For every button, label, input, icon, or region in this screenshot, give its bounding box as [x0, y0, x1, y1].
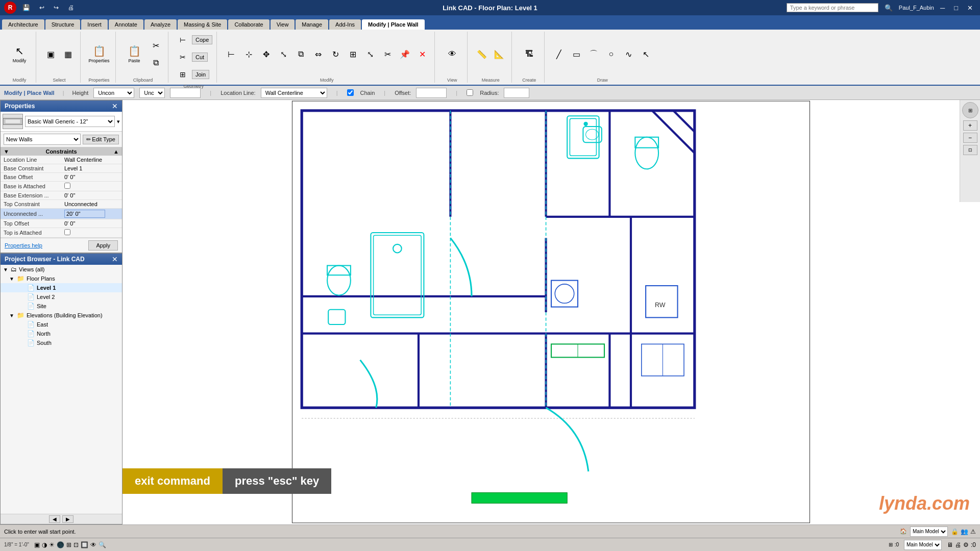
- browser-scroll-left[interactable]: ◀: [49, 515, 60, 523]
- active-model-select[interactable]: Main Model: [910, 527, 948, 537]
- copy-tool-button[interactable]: ⧉: [292, 46, 309, 62]
- rotate-button[interactable]: ↻: [327, 46, 344, 62]
- tab-manage[interactable]: Manage: [296, 19, 328, 30]
- tree-item-level1[interactable]: 📄 Level 1: [1, 283, 122, 292]
- tab-addins[interactable]: Add-Ins: [329, 19, 361, 30]
- delete-button[interactable]: ✕: [414, 46, 430, 62]
- select-all-button[interactable]: ▦: [60, 46, 76, 62]
- height-select[interactable]: Height Uncon: [93, 88, 134, 98]
- tab-modify-place-wall[interactable]: Modify | Place Wall: [362, 19, 425, 30]
- tree-item-floor-plans[interactable]: ▼ 📁 Floor Plans: [1, 274, 122, 283]
- tree-item-views-all[interactable]: ▼ 🗂 Views (all): [1, 265, 122, 274]
- close-button[interactable]: ✕: [964, 3, 976, 13]
- draw-rect-icon[interactable]: ▭: [568, 46, 584, 62]
- shadows-icon[interactable]: 🌑: [57, 541, 64, 548]
- move-button[interactable]: ✥: [258, 46, 274, 62]
- zoom-fit-button[interactable]: ⊡: [963, 145, 977, 155]
- apply-button[interactable]: Apply: [88, 240, 118, 251]
- browser-body[interactable]: ▼ 🗂 Views (all) ▼ 📁 Floor Plans 📄 Level …: [1, 265, 122, 514]
- filter-icon[interactable]: ⚙: [963, 541, 969, 548]
- select-button[interactable]: ▣: [42, 46, 59, 62]
- mirror-button[interactable]: ⇔: [310, 46, 326, 62]
- modify-button[interactable]: ↖ Modify: [7, 40, 32, 68]
- warning-icon[interactable]: ⚠: [970, 528, 976, 535]
- type-select[interactable]: Basic Wall Generic - 12": [25, 116, 115, 127]
- redo-button[interactable]: ↪: [51, 3, 62, 12]
- join-btn[interactable]: Join: [192, 70, 209, 79]
- reveal-hidden-icon[interactable]: 🔍: [99, 541, 106, 548]
- floor-plan-svg[interactable]: RW: [122, 100, 980, 524]
- view-icon[interactable]: 👁: [444, 46, 460, 62]
- measure-icon[interactable]: 📏: [474, 46, 490, 62]
- height-uncon-select[interactable]: Uncon: [139, 88, 165, 98]
- project-browser-close-button[interactable]: ✕: [112, 255, 118, 263]
- edit-type-button[interactable]: ✏ Edit Type: [83, 135, 119, 144]
- temp-hide-icon[interactable]: 👁: [90, 541, 96, 548]
- prop-value-unconnected[interactable]: [61, 209, 122, 219]
- tree-item-east[interactable]: 📄 East: [1, 320, 122, 329]
- unconnected-height-input[interactable]: [64, 210, 105, 218]
- print-settings-icon[interactable]: 🖨: [955, 541, 961, 548]
- tree-item-north[interactable]: 📄 North: [1, 329, 122, 338]
- print-button[interactable]: 🖨: [65, 3, 77, 12]
- tab-annotate[interactable]: Annotate: [109, 19, 143, 30]
- radius-input[interactable]: 1' 0": [504, 88, 529, 98]
- 3d-view-icon[interactable]: 🔲: [81, 541, 88, 548]
- draw-spline-icon[interactable]: ∿: [620, 46, 636, 62]
- prop-row-unconnected[interactable]: Unconnected ...: [1, 209, 122, 219]
- tree-item-site[interactable]: 📄 Site: [1, 302, 122, 311]
- offset-input[interactable]: 0' 0": [416, 88, 447, 98]
- detail-level-icon[interactable]: ▣: [34, 541, 40, 548]
- elevations-expand[interactable]: ▼: [9, 312, 15, 318]
- floor-plans-expand[interactable]: ▼: [9, 276, 15, 282]
- align-button[interactable]: ⊢: [223, 46, 239, 62]
- display-icon[interactable]: 🖥: [947, 541, 953, 548]
- worksets-icon[interactable]: 🔒: [951, 528, 959, 535]
- draw-arc-icon[interactable]: ⌒: [585, 46, 602, 62]
- top-attached-checkbox[interactable]: [64, 229, 70, 235]
- cut-button[interactable]: ✂: [148, 37, 164, 54]
- save-button[interactable]: 💾: [19, 3, 33, 12]
- properties-help-link[interactable]: Properties help: [5, 242, 42, 248]
- tree-item-elevations[interactable]: ▼ 📁 Elevations (Building Elevation): [1, 311, 122, 320]
- trim-button[interactable]: ✂: [379, 46, 396, 62]
- location-line-select[interactable]: Wall Centerline: [261, 88, 327, 98]
- views-all-expand[interactable]: ▼: [3, 266, 9, 272]
- properties-button[interactable]: 📋 Properties: [87, 40, 111, 68]
- paste-button[interactable]: 📋 Paste: [122, 40, 146, 68]
- canvas-area[interactable]: RW: [122, 100, 980, 524]
- constraints-section-header[interactable]: ▼ Constraints ▲: [1, 147, 122, 156]
- tab-collaborate[interactable]: Collaborate: [228, 19, 269, 30]
- undo-button[interactable]: ↩: [36, 3, 47, 12]
- radius-checkbox[interactable]: [467, 89, 473, 96]
- create-icon[interactable]: 🏗: [521, 46, 537, 62]
- draw-pick-icon[interactable]: ↖: [638, 46, 654, 62]
- browser-scroll-right[interactable]: ▶: [62, 515, 74, 523]
- chain-checkbox[interactable]: [347, 89, 354, 96]
- zoom-in-button[interactable]: +: [963, 120, 977, 131]
- tab-architecture[interactable]: Architecture: [2, 19, 44, 30]
- split-button[interactable]: ⊹: [240, 46, 257, 62]
- properties-close-button[interactable]: ✕: [112, 102, 118, 110]
- minimize-button[interactable]: ─: [937, 3, 948, 13]
- measure2-icon[interactable]: 📐: [491, 46, 507, 62]
- offset-button[interactable]: ⤡: [275, 46, 291, 62]
- cut-btn[interactable]: Cut: [192, 53, 208, 62]
- maximize-button[interactable]: □: [951, 3, 961, 13]
- zoom-out-button[interactable]: −: [963, 133, 977, 143]
- copy-button[interactable]: ⧉: [148, 55, 164, 71]
- properties-scroll[interactable]: Location Line Wall Centerline Base Const…: [1, 156, 122, 238]
- visual-style-icon[interactable]: ◑: [42, 541, 47, 548]
- base-attached-checkbox[interactable]: [64, 183, 70, 189]
- collaborate-icon[interactable]: 👥: [961, 528, 968, 535]
- tree-item-level2[interactable]: 📄 Level 2: [1, 292, 122, 302]
- scale-button[interactable]: ⤡: [362, 46, 378, 62]
- cope-button[interactable]: Cope: [192, 35, 212, 44]
- hide-crop-icon[interactable]: ⊡: [74, 541, 79, 548]
- new-walls-select[interactable]: New Walls: [4, 134, 81, 145]
- tab-insert[interactable]: Insert: [81, 19, 108, 30]
- draw-circle-icon[interactable]: ○: [603, 46, 619, 62]
- tree-item-south[interactable]: 📄 South: [1, 338, 122, 347]
- tab-massing[interactable]: Massing & Site: [178, 19, 227, 30]
- pin-button[interactable]: 📌: [397, 46, 413, 62]
